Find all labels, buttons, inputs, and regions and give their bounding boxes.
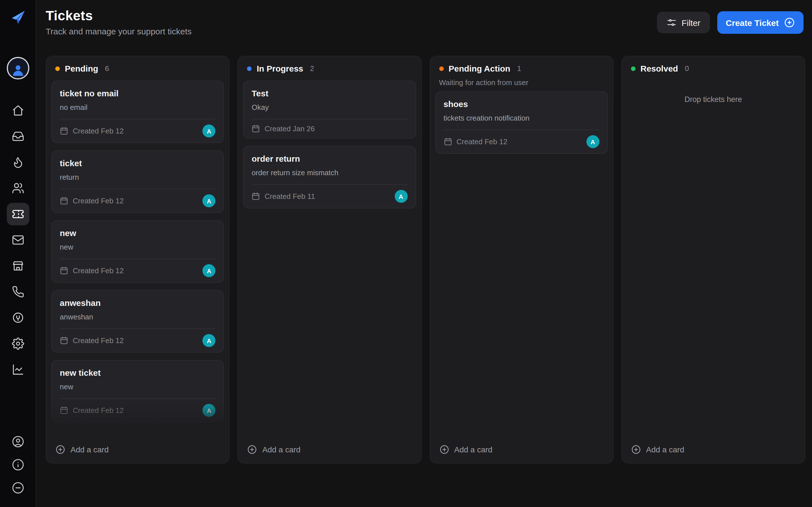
card-title: new (60, 228, 216, 238)
kanban-board: Pending 6 ticket no email no email Creat… (46, 56, 805, 464)
card-footer: Created Feb 12 A (60, 328, 216, 352)
calendar-icon (444, 137, 452, 146)
card-description: anweshan (60, 313, 216, 321)
card-description: new (60, 383, 216, 391)
ticket-card[interactable]: shoes tickets creation notification Crea… (435, 91, 608, 154)
page-subtitle: Track and manage your support tickets (46, 26, 192, 36)
ticket-card[interactable]: new ticket new Created Feb 12 A (51, 360, 224, 422)
add-card-button[interactable]: Add a card (238, 438, 421, 463)
sidebar-item-users[interactable] (6, 177, 29, 200)
status-dot (55, 66, 60, 71)
create-ticket-button[interactable]: Create Ticket (717, 11, 804, 34)
card-created-date: Created Feb 12 (73, 196, 124, 205)
card-list[interactable]: Drop tickets here (622, 78, 805, 438)
collapse-icon[interactable] (11, 481, 24, 495)
card-footer: Created Feb 12 A (60, 259, 216, 282)
status-dot (439, 66, 444, 71)
app-logo-icon[interactable] (8, 8, 28, 27)
add-card-label: Add a card (70, 445, 109, 454)
card-created-date: Created Feb 12 (456, 137, 507, 146)
sidebar-item-flame[interactable] (6, 151, 29, 173)
card-description: no email (60, 103, 216, 112)
sidebar-item-store[interactable] (6, 255, 29, 277)
plus-circle-icon (55, 445, 65, 455)
column-name: Resolved (641, 64, 678, 73)
column-header: In Progress 2 (238, 56, 421, 78)
card-created-date: Created Feb 11 (265, 192, 315, 201)
column-count: 1 (517, 64, 521, 73)
column-count: 0 (685, 64, 689, 73)
plus-circle-icon (631, 445, 641, 455)
sidebar-item-inbox[interactable] (6, 125, 29, 148)
card-title: anweshan (60, 298, 216, 307)
user-avatar[interactable] (6, 57, 29, 79)
sidebar (0, 0, 36, 507)
filter-button[interactable]: Filter (657, 12, 710, 33)
column-subtitle: Waiting for action from user (430, 78, 613, 89)
page-header-text: Tickets Track and manage your support ti… (46, 8, 192, 36)
card-created-date: Created Feb 12 (73, 127, 124, 135)
card-footer: Created Feb 11 A (252, 184, 408, 208)
card-list[interactable]: shoes tickets creation notification Crea… (430, 89, 613, 438)
card-footer: Created Feb 12 A (444, 129, 599, 153)
column-name: In Progress (257, 64, 303, 73)
column-pending-action: Pending Action 1 Waiting for action from… (429, 56, 613, 464)
add-card-label: Add a card (454, 445, 492, 454)
calendar-icon (252, 124, 260, 133)
card-title: Test (252, 89, 408, 98)
ticket-card[interactable]: ticket return Created Feb 12 A (51, 151, 224, 213)
page-header: Tickets Track and manage your support ti… (46, 8, 805, 36)
plus-circle-icon (784, 17, 795, 28)
sidebar-item-mail[interactable] (6, 229, 29, 251)
plus-circle-icon (247, 445, 257, 455)
drop-zone-label: Drop tickets here (627, 95, 800, 104)
sidebar-bottom (11, 435, 24, 497)
assignee-avatar: A (203, 194, 216, 207)
sidebar-item-plug[interactable] (6, 306, 29, 329)
card-footer: Created Jan 26 (252, 119, 408, 138)
add-card-button[interactable]: Add a card (46, 438, 229, 463)
add-card-button[interactable]: Add a card (622, 438, 805, 463)
calendar-icon (60, 267, 68, 275)
column-name: Pending Action (449, 64, 510, 73)
ticket-card[interactable]: Test Okay Created Jan 26 (243, 80, 416, 138)
status-dot (247, 66, 252, 71)
column-resolved: Resolved 0 Drop tickets here Add a card (621, 56, 806, 464)
sidebar-item-home[interactable] (6, 99, 29, 122)
assignee-avatar: A (203, 124, 216, 137)
column-count: 2 (310, 64, 314, 73)
column-header: Resolved 0 (622, 56, 805, 78)
ticket-card[interactable]: order return order return size mismatch … (243, 146, 416, 209)
header-actions: Filter Create Ticket (657, 11, 804, 34)
assignee-avatar: A (203, 264, 216, 277)
sidebar-item-settings[interactable] (6, 332, 29, 355)
ticket-card[interactable]: anweshan anweshan Created Feb 12 A (51, 290, 224, 353)
card-description: Okay (252, 103, 408, 112)
card-list[interactable]: ticket no email no email Created Feb 12 … (46, 78, 229, 438)
sidebar-item-analytics[interactable] (6, 358, 29, 381)
card-description: order return size mismatch (252, 168, 408, 177)
account-icon[interactable] (11, 435, 24, 448)
card-description: tickets creation notification (444, 114, 599, 122)
card-created-date: Created Feb 12 (73, 336, 124, 345)
column-header: Pending Action 1 (430, 56, 613, 78)
card-created-date: Created Feb 12 (73, 406, 124, 414)
column-name: Pending (65, 64, 98, 73)
ticket-card[interactable]: ticket no email no email Created Feb 12 … (51, 80, 224, 143)
card-list[interactable]: Test Okay Created Jan 26 order return or… (238, 78, 421, 438)
calendar-icon (60, 127, 68, 135)
calendar-icon (60, 406, 68, 414)
add-card-button[interactable]: Add a card (430, 438, 613, 463)
calendar-icon (252, 192, 260, 201)
calendar-icon (60, 336, 68, 345)
column-in-progress: In Progress 2 Test Okay Created Jan 26 o… (238, 56, 422, 464)
add-card-label: Add a card (262, 445, 301, 454)
ticket-card[interactable]: new new Created Feb 12 A (51, 220, 224, 283)
column-header: Pending 6 (46, 56, 229, 78)
sidebar-item-phone[interactable] (6, 281, 29, 303)
info-icon[interactable] (11, 458, 24, 471)
card-title: ticket (60, 158, 216, 168)
status-dot (631, 66, 636, 71)
card-title: ticket no email (60, 89, 216, 98)
sidebar-item-tickets[interactable] (6, 203, 29, 225)
